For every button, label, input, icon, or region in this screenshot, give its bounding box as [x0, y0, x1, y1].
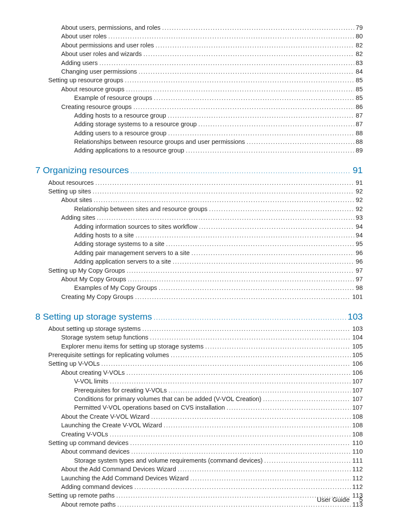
toc-entry[interactable]: About creating V-VOLs106: [35, 369, 363, 377]
toc-entry-page: 92: [354, 187, 363, 196]
table-of-contents: About users, permissions, and roles79Abo…: [35, 24, 363, 509]
toc-entry-title: Adding sites: [61, 214, 97, 222]
toc-entry[interactable]: About the Create V-VOL Wizard108: [35, 413, 363, 421]
toc-leader-dots: [186, 147, 354, 155]
toc-entry[interactable]: Creating V-VOLs108: [35, 430, 363, 439]
toc-entry[interactable]: Explorer menu items for setting up stora…: [35, 342, 363, 351]
toc-entry[interactable]: Setting up My Copy Groups97: [35, 267, 363, 275]
toc-entry[interactable]: About users, permissions, and roles79: [35, 24, 363, 32]
toc-entry[interactable]: Adding sites93: [35, 214, 363, 222]
toc-entry-title: Storage system setup functions: [61, 333, 150, 342]
toc-entry[interactable]: Changing user permissions84: [35, 68, 363, 76]
toc-entry[interactable]: Prerequisite settings for replicating vo…: [35, 351, 363, 359]
toc-entry[interactable]: V-VOL limits107: [35, 377, 363, 386]
toc-leader-dots: [191, 250, 354, 257]
toc-leader-dots: [199, 121, 354, 128]
toc-entry[interactable]: About sites92: [35, 196, 363, 204]
toc-entry-title: Adding storage systems to a resource gro…: [74, 120, 199, 128]
toc-entry[interactable]: Adding application servers to a site96: [35, 258, 363, 266]
toc-entry-title: Changing user permissions: [61, 68, 139, 76]
toc-entry[interactable]: About command devices110: [35, 448, 363, 456]
toc-entry-page: 111: [351, 457, 363, 465]
toc-entry[interactable]: Setting up remote paths113: [35, 492, 363, 500]
toc-entry-page: 91: [354, 179, 363, 187]
toc-entry-title: 7 Organizing resources: [35, 164, 131, 176]
toc-entry-page: 103: [346, 311, 363, 322]
toc-entry[interactable]: Adding users to a resource group88: [35, 129, 363, 137]
toc-entry[interactable]: About user roles and wizards82: [35, 50, 363, 58]
toc-entry-page: 105: [351, 351, 363, 359]
toc-entry[interactable]: Adding storage systems to a resource gro…: [35, 120, 363, 128]
toc-entry[interactable]: Example of resource groups85: [35, 94, 363, 102]
toc-entry-title: About the Add Command Devices Wizard: [61, 465, 178, 473]
toc-entry-page: 79: [354, 24, 363, 32]
toc-entry[interactable]: Creating My Copy Groups101: [35, 293, 363, 301]
toc-entry-page: 105: [351, 342, 363, 351]
toc-entry-page: 108: [351, 430, 363, 439]
toc-chapter-heading[interactable]: 8 Setting up storage systems103: [35, 311, 363, 322]
toc-entry-page: 106: [351, 360, 363, 368]
toc-entry-title: About remote paths: [61, 501, 118, 509]
toc-entry[interactable]: Setting up sites92: [35, 187, 363, 196]
toc-entry[interactable]: About the Add Command Devices Wizard112: [35, 465, 363, 473]
toc-entry[interactable]: Setting up command devices110: [35, 439, 363, 447]
toc-entry[interactable]: Prerequisites for creating V-VOLs107: [35, 386, 363, 395]
toc-leader-dots: [151, 414, 351, 421]
toc-entry[interactable]: Examples of My Copy Groups98: [35, 284, 363, 292]
toc-entry[interactable]: Setting up V-VOLs106: [35, 360, 363, 368]
toc-entry[interactable]: Adding hosts to a resource group87: [35, 112, 363, 120]
toc-leader-dots: [101, 361, 351, 368]
toc-leader-dots: [168, 130, 354, 137]
toc-leader-dots: [199, 224, 354, 231]
toc-entry-page: 101: [351, 293, 363, 301]
toc-entry-page: 107: [351, 386, 363, 395]
toc-chapter-heading[interactable]: 7 Organizing resources91: [35, 164, 363, 176]
toc-entry-title: Relationship between sites and resource …: [74, 205, 209, 213]
toc-entry[interactable]: Adding hosts to a site94: [35, 231, 363, 240]
toc-entry[interactable]: About resource groups85: [35, 85, 363, 93]
toc-entry[interactable]: Adding pair management servers to a site…: [35, 249, 363, 257]
toc-entry-title: About resources: [48, 179, 96, 187]
toc-entry[interactable]: About user roles80: [35, 32, 363, 40]
toc-entry[interactable]: Launching the Create V-VOL Wizard108: [35, 421, 363, 429]
toc-entry-title: Adding storage systems to a site: [74, 240, 166, 248]
toc-entry-title: Adding command devices: [61, 483, 134, 491]
toc-entry-page: 107: [351, 395, 363, 403]
toc-entry[interactable]: About resources91: [35, 179, 363, 187]
toc-entry[interactable]: Storage system types and volume requirem…: [35, 457, 363, 465]
toc-entry[interactable]: Adding information sources to sites work…: [35, 223, 363, 231]
toc-entry[interactable]: Launching the Add Command Devices Wizard…: [35, 474, 363, 482]
toc-entry[interactable]: Adding users83: [35, 59, 363, 67]
toc-entry-page: 92: [354, 205, 363, 213]
toc-entry[interactable]: About setting up storage systems103: [35, 325, 363, 333]
toc-leader-dots: [93, 188, 354, 196]
toc-entry[interactable]: Creating resource groups86: [35, 103, 363, 111]
toc-entry-page: 107: [351, 404, 363, 412]
toc-entry[interactable]: Setting up resource groups85: [35, 76, 363, 84]
toc-entry[interactable]: Adding storage systems to a site95: [35, 240, 363, 248]
toc-entry[interactable]: About My Copy Groups97: [35, 275, 363, 283]
toc-entry-page: 110: [351, 448, 363, 456]
toc-leader-dots: [97, 215, 354, 222]
toc-entry[interactable]: Adding applications to a resource group8…: [35, 146, 363, 155]
toc-entry[interactable]: Conditions for primary volumes that can …: [35, 395, 363, 403]
toc-entry[interactable]: Adding command devices112: [35, 483, 363, 491]
toc-leader-dots: [209, 206, 354, 213]
toc-entry-title: About resource groups: [61, 85, 126, 93]
toc-leader-dots: [154, 314, 346, 322]
toc-entry[interactable]: Storage system setup functions104: [35, 333, 363, 342]
toc-leader-dots: [125, 77, 354, 84]
toc-entry-title: Adding application servers to a site: [74, 258, 173, 266]
toc-entry-page: 94: [354, 231, 363, 240]
toc-entry-page: 87: [354, 112, 363, 120]
toc-leader-dots: [130, 440, 351, 447]
toc-entry[interactable]: Relationships between resource groups an…: [35, 138, 363, 146]
toc-entry-page: 110: [351, 439, 363, 447]
toc-entry[interactable]: About remote paths113: [35, 501, 363, 509]
toc-entry[interactable]: Relationship between sites and resource …: [35, 205, 363, 213]
toc-entry[interactable]: Permitted V-VOL operations based on CVS …: [35, 404, 363, 412]
toc-leader-dots: [126, 86, 354, 93]
toc-entry-page: 89: [354, 146, 363, 155]
toc-entry[interactable]: About permissions and user roles82: [35, 41, 363, 50]
toc-leader-dots: [205, 343, 350, 351]
